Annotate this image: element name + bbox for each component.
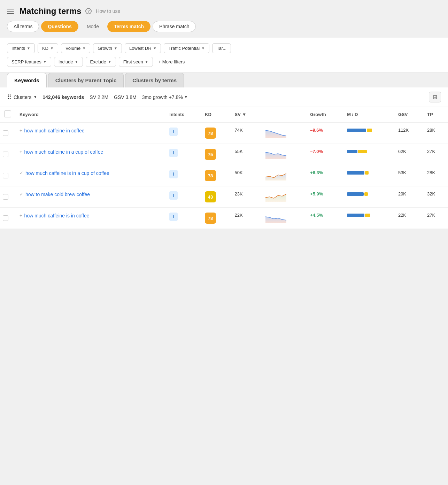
th-checkbox[interactable]	[0, 107, 15, 122]
column-view-button[interactable]: ⊞	[429, 92, 441, 102]
bar-yellow	[358, 150, 367, 153]
sparkline-chart	[265, 191, 286, 202]
row-action-icon[interactable]: +	[20, 149, 22, 154]
growth-value: –9.6%	[310, 128, 323, 133]
sv-stat: SV 2.2M	[90, 94, 108, 100]
row-checkbox-cell[interactable]	[0, 122, 15, 144]
th-intents[interactable]: Intents	[165, 107, 201, 122]
bar-yellow	[364, 192, 368, 196]
clusters-button[interactable]: ⠿ Clusters ▼	[7, 93, 37, 101]
bar-blue	[347, 129, 366, 132]
filter-tar[interactable]: Tar...	[212, 43, 231, 53]
keyword-cell: ✓ how much caffeine is in a cup of coffe…	[15, 165, 165, 186]
filter-exclude[interactable]: Exclude ▼	[86, 57, 116, 67]
filter-lowest-dr[interactable]: Lowest DR ▼	[125, 43, 161, 53]
th-md[interactable]: M / D	[343, 107, 394, 122]
md-cell	[343, 122, 394, 144]
tab-questions[interactable]: Questions	[41, 21, 78, 32]
hamburger-menu[interactable]	[6, 7, 15, 15]
row-checkbox-cell[interactable]	[0, 165, 15, 186]
row-checkbox[interactable]	[3, 130, 8, 136]
tab-keywords[interactable]: Keywords	[7, 73, 47, 87]
growth-cell: +6.3%	[306, 165, 343, 186]
row-checkbox[interactable]	[3, 194, 8, 200]
gsv-cell: 29K	[394, 186, 423, 208]
filter-kd[interactable]: KD ▼	[38, 43, 58, 53]
keyword-link[interactable]: how much caffeine is in coffee	[24, 213, 90, 220]
filter-growth[interactable]: Growth ▼	[93, 43, 122, 53]
row-checkbox[interactable]	[3, 152, 8, 157]
tab-all-terms[interactable]: All terms	[7, 21, 39, 32]
kd-badge: 78	[205, 128, 216, 139]
row-action-icon[interactable]: +	[20, 128, 22, 133]
th-kd[interactable]: KD	[201, 107, 231, 122]
intent-badge: I	[169, 213, 178, 221]
filter-traffic-potential[interactable]: Traffic Potential ▼	[164, 43, 209, 53]
row-action-icon[interactable]: ✓	[20, 171, 23, 175]
row-checkbox-cell[interactable]	[0, 208, 15, 229]
filter-intents[interactable]: Intents ▼	[7, 43, 35, 53]
column-toggle[interactable]: ⊞	[429, 92, 441, 102]
intent-cell: I	[165, 122, 201, 144]
header: Matching terms ? How to use	[0, 0, 448, 21]
row-action-icon[interactable]: +	[20, 213, 22, 218]
keyword-link[interactable]: how much caffeine in coffee	[24, 128, 85, 134]
md-bar	[347, 213, 390, 218]
filter-volume[interactable]: Volume ▼	[61, 43, 90, 53]
md-cell	[343, 165, 394, 186]
md-bar	[347, 149, 390, 154]
row-checkbox-cell[interactable]	[0, 186, 15, 208]
keyword-link[interactable]: how much caffeine in a cup of coffee	[24, 149, 103, 156]
bar-yellow	[365, 171, 369, 175]
tab-phrase-match[interactable]: Phrase match	[153, 21, 196, 32]
tab-mode: Mode	[80, 21, 105, 32]
gsv-cell: 62K	[394, 144, 423, 165]
th-sv[interactable]: SV ▼	[231, 107, 261, 122]
keyword-link[interactable]: how much caffeine is in a cup of coffee	[25, 170, 109, 177]
bar-blue	[347, 192, 364, 196]
page-title: Matching terms	[20, 6, 81, 16]
intent-badge: I	[169, 191, 178, 200]
row-checkbox[interactable]	[3, 173, 8, 178]
sparkline-cell	[261, 144, 306, 165]
table-row: + how much caffeine in coffee I 78 74K –…	[0, 122, 448, 144]
th-chart	[261, 107, 306, 122]
row-checkbox[interactable]	[3, 215, 8, 221]
th-gsv[interactable]: GSV	[394, 107, 423, 122]
growth-cell: –7.0%	[306, 144, 343, 165]
sparkline-cell	[261, 122, 306, 144]
th-tp[interactable]: TP	[423, 107, 448, 122]
tab-clusters-terms[interactable]: Clusters by terms	[125, 73, 184, 87]
tp-cell: 27K	[423, 144, 448, 165]
svg-marker-2	[265, 174, 286, 180]
sparkline-chart	[265, 213, 286, 223]
summary-bar: ⠿ Clusters ▼ 142,046 keywords SV 2.2M GS…	[0, 87, 448, 107]
gsv-cell: 53K	[394, 165, 423, 186]
tab-clusters-parent[interactable]: Clusters by Parent Topic	[48, 73, 124, 87]
tab-terms-match[interactable]: Terms match	[107, 21, 150, 32]
more-filters-button[interactable]: + More filters	[156, 57, 188, 67]
tab-bar: All terms Questions Mode Terms match Phr…	[0, 21, 448, 38]
row-action-icon[interactable]: ✓	[20, 192, 23, 197]
keyword-cell: + how much caffeine in coffee	[15, 122, 165, 144]
how-to-use-link[interactable]: How to use	[96, 8, 120, 14]
th-keyword[interactable]: Keyword	[15, 107, 165, 122]
md-bar	[347, 170, 390, 176]
help-icon[interactable]: ?	[85, 8, 92, 14]
th-growth[interactable]: Growth	[306, 107, 343, 122]
keyword-cell: + how much caffeine is in coffee	[15, 208, 165, 229]
intent-cell: I	[165, 208, 201, 229]
filter-include[interactable]: Include ▼	[54, 57, 83, 67]
filter-first-seen[interactable]: First seen ▼	[119, 57, 153, 67]
keyword-link[interactable]: how to make cold brew coffee	[25, 191, 90, 198]
sv-cell: 74K	[231, 122, 261, 144]
chevron-down-icon: ▼	[114, 46, 117, 50]
select-all-checkbox[interactable]	[4, 110, 11, 117]
keywords-count: 142,046 keywords	[43, 94, 84, 100]
filter-serp-features[interactable]: SERP features ▼	[7, 57, 51, 67]
intent-badge: I	[169, 170, 178, 178]
chevron-down-icon: ▼	[82, 46, 86, 50]
growth-stat[interactable]: 3mo growth +7.8% ▼	[142, 94, 188, 100]
row-checkbox-cell[interactable]	[0, 144, 15, 165]
tp-cell: 28K	[423, 122, 448, 144]
